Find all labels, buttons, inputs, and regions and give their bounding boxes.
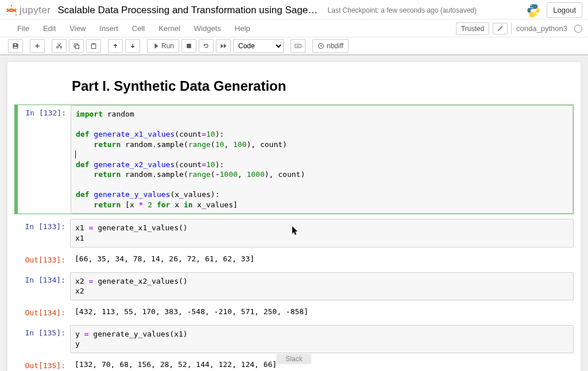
output-row: Out[134]:[432, 113, 55, 170, 383, -548, …	[14, 305, 574, 320]
in-prompt: In [132]:	[18, 105, 71, 214]
arrow-up-icon	[112, 42, 119, 49]
svg-point-2	[6, 14, 7, 15]
keyboard-icon	[295, 42, 301, 49]
notebook-background: Part I. Synthetic Data Generation In [13…	[0, 55, 588, 371]
jupyter-logo-text: jupyter	[20, 5, 51, 16]
notebook-header: jupyter Scalable Data Processing and Tra…	[0, 0, 588, 20]
checkpoint-status: Last Checkpoint: a few seconds ago (auto…	[328, 6, 477, 14]
svg-rect-8	[295, 44, 301, 48]
save-icon	[12, 42, 19, 49]
menu-view[interactable]: View	[63, 21, 92, 36]
out-prompt: Out[134]:	[17, 305, 70, 320]
arrow-down-icon	[129, 42, 136, 49]
menu-widgets[interactable]: Widgets	[187, 21, 228, 36]
paste-button[interactable]	[86, 39, 101, 53]
restart-icon	[203, 42, 210, 49]
output-text: [432, 113, 55, 170, 383, -548, -210, 571…	[70, 305, 574, 318]
code-cell[interactable]: In [134]:x2 = generate_x2_values() x2	[14, 272, 574, 300]
fast-forward-icon	[220, 42, 227, 49]
code-input[interactable]: x2 = generate_x2_values() x2	[70, 272, 574, 300]
pencil-icon	[497, 25, 504, 32]
python-icon	[526, 3, 541, 18]
out-prompt: Out[135]:	[17, 358, 70, 371]
svg-rect-4	[76, 45, 79, 49]
code-cell[interactable]: In [135]:y = generate_y_values(x1) y	[14, 325, 574, 353]
notebook-title[interactable]: Scalable Data Processing and Transformat…	[58, 5, 322, 16]
menu-help[interactable]: Help	[228, 21, 257, 36]
cell-type-select[interactable]: Code	[233, 39, 284, 53]
menu-file[interactable]: File	[10, 21, 36, 36]
add-cell-button[interactable]	[30, 39, 45, 53]
svg-rect-7	[187, 44, 191, 48]
in-prompt: In [134]:	[17, 272, 70, 300]
code-input[interactable]: x1 = generate_x1_values() x1	[70, 219, 574, 247]
interrupt-button[interactable]	[181, 39, 196, 53]
notebook-container: Part I. Synthetic Data Generation In [13…	[7, 62, 581, 371]
menubar: FileEditViewInsertCellKernelWidgetsHelp …	[0, 20, 588, 37]
menu-cell[interactable]: Cell	[125, 21, 152, 36]
run-icon	[152, 42, 159, 49]
plus-icon	[34, 42, 41, 49]
clock-icon	[318, 42, 324, 49]
section-heading: Part I. Synthetic Data Generation	[72, 78, 569, 94]
svg-point-0	[11, 5, 13, 6]
in-prompt: In [133]:	[17, 219, 70, 247]
copy-icon	[73, 42, 80, 49]
svg-point-1	[16, 14, 17, 15]
cut-button[interactable]	[52, 39, 67, 53]
kernel-idle-indicator	[574, 25, 582, 33]
paste-icon	[90, 42, 97, 49]
code-input[interactable]: import random def generate_x1_values(cou…	[71, 105, 573, 214]
jupyter-icon	[5, 3, 18, 17]
output-text: [66, 35, 34, 78, 14, 26, 72, 61, 62, 33]	[70, 252, 574, 265]
move-down-button[interactable]	[125, 39, 140, 53]
menu-edit[interactable]: Edit	[36, 21, 63, 36]
move-up-button[interactable]	[108, 39, 123, 53]
code-cell[interactable]: In [133]:x1 = generate_x1_values() x1	[14, 219, 574, 247]
in-prompt: In [135]:	[17, 325, 70, 353]
menu-kernel[interactable]: Kernel	[152, 21, 187, 36]
trusted-badge[interactable]: Trusted	[456, 22, 489, 35]
code-input[interactable]: y = generate_y_values(x1) y	[70, 325, 574, 353]
jupyter-logo[interactable]: jupyter	[5, 3, 51, 17]
code-cell[interactable]: In [132]:import random def generate_x1_v…	[14, 105, 574, 214]
cut-icon	[56, 42, 63, 49]
run-button[interactable]: Run	[147, 39, 179, 53]
kernel-name[interactable]: conda_python3	[511, 23, 567, 34]
svg-rect-6	[93, 44, 95, 45]
command-palette-button[interactable]	[291, 39, 305, 53]
restart-run-all-button[interactable]	[216, 39, 231, 53]
out-prompt: Out[133]:	[17, 252, 70, 268]
toolbar: Run Code nbdiff	[0, 37, 588, 55]
output-row: Out[133]:[66, 35, 34, 78, 14, 26, 72, 61…	[14, 252, 574, 268]
menu-insert[interactable]: Insert	[92, 21, 125, 36]
output-text: [132, 70, 68, 156, 28, 52, 144, 122, 124…	[70, 358, 574, 371]
slack-notification: Slack	[276, 354, 311, 364]
edit-button[interactable]	[493, 23, 508, 34]
copy-button[interactable]	[69, 39, 84, 53]
restart-button[interactable]	[199, 39, 214, 53]
stop-icon	[185, 42, 192, 49]
save-button[interactable]	[8, 39, 23, 53]
markdown-cell[interactable]: Part I. Synthetic Data Generation	[14, 74, 574, 103]
logout-button[interactable]: Logout	[547, 2, 582, 18]
nbdiff-button[interactable]: nbdiff	[312, 39, 349, 53]
